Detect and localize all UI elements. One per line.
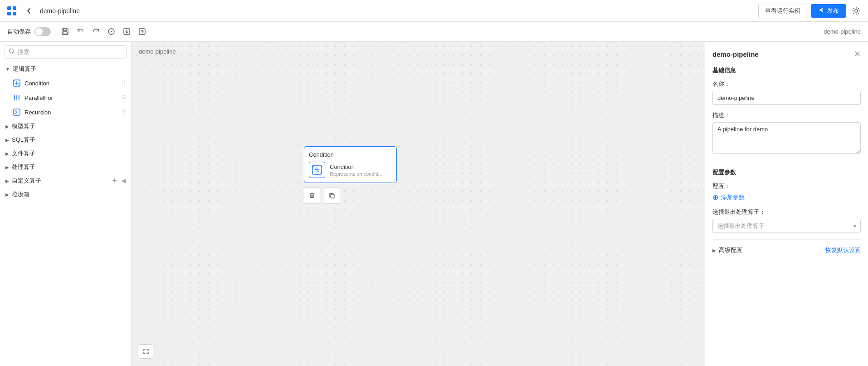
category-file: ▶ 文件算子 [0, 147, 131, 160]
node-info: Condition Represents an conditi... [330, 163, 382, 177]
advanced-label: 高级配置 [719, 246, 742, 254]
collapse-sidebar-btn[interactable]: ◀ [122, 178, 126, 184]
sidebar: ▼ 逻辑算子 Condition ⠿ ParallelFor ⠿ [0, 42, 132, 366]
undo-button[interactable] [73, 25, 87, 39]
category-file-label: 文件算子 [12, 149, 126, 158]
category-trash-header[interactable]: ▶ 垃圾箱 [0, 188, 131, 201]
category-custom-header[interactable]: ▶ 自定义算子 + ◀ [0, 174, 131, 188]
publish-button[interactable]: 发布 [811, 4, 846, 18]
search-icon [9, 48, 15, 56]
view-instances-button[interactable]: 查看运行实例 [758, 4, 807, 18]
category-custom-label: 自定义算子 [12, 177, 109, 185]
parallelfor-drag-handle[interactable]: ⠿ [122, 94, 126, 101]
search-input[interactable] [18, 49, 122, 55]
node-body: Condition Represents an conditi... [309, 162, 392, 178]
advanced-left: ▶ 高级配置 [712, 246, 742, 254]
category-file-header[interactable]: ▶ 文件算子 [0, 147, 131, 160]
svg-rect-16 [331, 194, 334, 198]
category-process-header[interactable]: ▶ 处理算子 [0, 160, 131, 174]
panel-close-button[interactable]: ✕ [854, 49, 861, 59]
name-field-group: 名称： [712, 80, 861, 105]
node-delete-button[interactable] [304, 188, 320, 204]
category-logic: ▼ 逻辑算子 Condition ⠿ ParallelFor ⠿ [0, 62, 131, 119]
sidebar-item-parallelfor[interactable]: ParallelFor ⠿ [0, 90, 131, 105]
svg-point-4 [855, 10, 858, 12]
condition-icon [13, 79, 21, 87]
category-logic-arrow: ▼ [5, 67, 10, 72]
condition-drag-handle[interactable]: ⠿ [122, 80, 126, 86]
canvas-label: demo-pipeline [139, 48, 176, 55]
parallelfor-label: ParallelFor [24, 94, 118, 101]
recursion-drag-handle[interactable]: ⠿ [122, 109, 126, 115]
pipeline-canvas[interactable]: demo-pipeline Condition Condition Rep [132, 42, 705, 366]
sidebar-item-recursion[interactable]: Recursion ⠿ [0, 105, 131, 119]
node-group-condition: Condition Condition Represents an condit… [304, 146, 397, 204]
advanced-section[interactable]: ▶ 高级配置 恢复默认设置 [712, 246, 861, 254]
toolbar: 自动保存 demo-pipeline [0, 22, 868, 42]
svg-rect-1 [13, 6, 16, 10]
node-condition-icon [309, 162, 325, 178]
autosave-toggle[interactable] [34, 27, 51, 36]
desc-textarea[interactable]: A pipeline for demo [712, 122, 861, 154]
redo-button[interactable] [89, 25, 102, 39]
node-title: Condition [309, 151, 392, 158]
breadcrumb: demo-pipeline [824, 28, 861, 35]
category-sql-header[interactable]: ▶ SQL算子 [0, 133, 131, 147]
divider-1 [712, 162, 861, 162]
name-input[interactable] [712, 91, 861, 105]
add-param-button[interactable]: ⊕ 添加参数 [712, 193, 861, 202]
category-model-label: 模型算子 [12, 122, 126, 130]
desc-field-group: 描述： A pipeline for demo [712, 111, 861, 155]
settings-icon[interactable] [850, 5, 863, 17]
recursion-icon [13, 108, 21, 116]
save-button[interactable] [58, 25, 72, 39]
back-button[interactable] [23, 5, 35, 17]
category-logic-header[interactable]: ▼ 逻辑算子 [0, 62, 131, 76]
topbar: demo-pipeline 查看运行实例 发布 [0, 0, 868, 22]
sidebar-item-condition[interactable]: Condition ⠿ [0, 76, 131, 90]
add-param-icon: ⊕ [712, 193, 718, 202]
category-sql-arrow: ▶ [5, 138, 9, 143]
panel-title: demo-pipeline [712, 50, 759, 58]
category-custom-arrow: ▶ [5, 178, 9, 183]
svg-rect-2 [7, 12, 11, 15]
import-button[interactable] [135, 25, 149, 39]
category-process-arrow: ▶ [5, 165, 9, 170]
node-actions [304, 188, 397, 204]
node-description: Represents an conditi... [330, 171, 382, 177]
add-param-label: 添加参数 [721, 193, 745, 202]
main-layout: ▼ 逻辑算子 Condition ⠿ ParallelFor ⠿ [0, 42, 868, 366]
right-panel: demo-pipeline ✕ 基础信息 名称： 描述： A pipeline … [705, 42, 868, 366]
category-trash: ▶ 垃圾箱 [0, 188, 131, 201]
pipeline-title: demo-pipeline [40, 7, 754, 15]
config-label: 配置： [712, 182, 861, 190]
category-trash-label: 垃圾箱 [12, 190, 126, 198]
exit-handler-select[interactable]: 选择退出处理算子 [712, 219, 861, 233]
category-logic-label: 逻辑算子 [13, 65, 126, 73]
reset-defaults-button[interactable]: 恢复默认设置 [825, 246, 861, 254]
category-sql-label: SQL算子 [12, 136, 126, 144]
canvas-expand-button[interactable] [139, 344, 153, 359]
svg-rect-6 [63, 32, 67, 34]
node-copy-button[interactable] [324, 188, 340, 204]
category-file-arrow: ▶ [5, 151, 9, 156]
publish-icon [818, 7, 824, 15]
category-model: ▶ 模型算子 [0, 119, 131, 133]
condition-label: Condition [24, 80, 118, 87]
add-custom-button[interactable]: + [112, 177, 117, 185]
advanced-arrow: ▶ [712, 248, 716, 253]
svg-rect-3 [13, 12, 16, 15]
category-process-label: 处理算子 [12, 163, 126, 171]
topbar-right: 查看运行实例 发布 [758, 4, 863, 18]
export-button[interactable] [120, 25, 133, 39]
exit-handler-group: 选择退出处理算子： 选择退出处理算子 [712, 208, 861, 233]
category-model-header[interactable]: ▶ 模型算子 [0, 119, 131, 133]
condition-node[interactable]: Condition Condition Represents an condit… [304, 146, 397, 183]
category-trash-arrow: ▶ [5, 192, 9, 197]
category-sql: ▶ SQL算子 [0, 133, 131, 147]
run-button[interactable] [104, 25, 118, 39]
config-label-group: 配置： ⊕ 添加参数 [712, 182, 861, 202]
logo-icon [5, 5, 18, 17]
name-label: 名称： [712, 80, 861, 88]
autosave-label: 自动保存 [7, 28, 31, 36]
